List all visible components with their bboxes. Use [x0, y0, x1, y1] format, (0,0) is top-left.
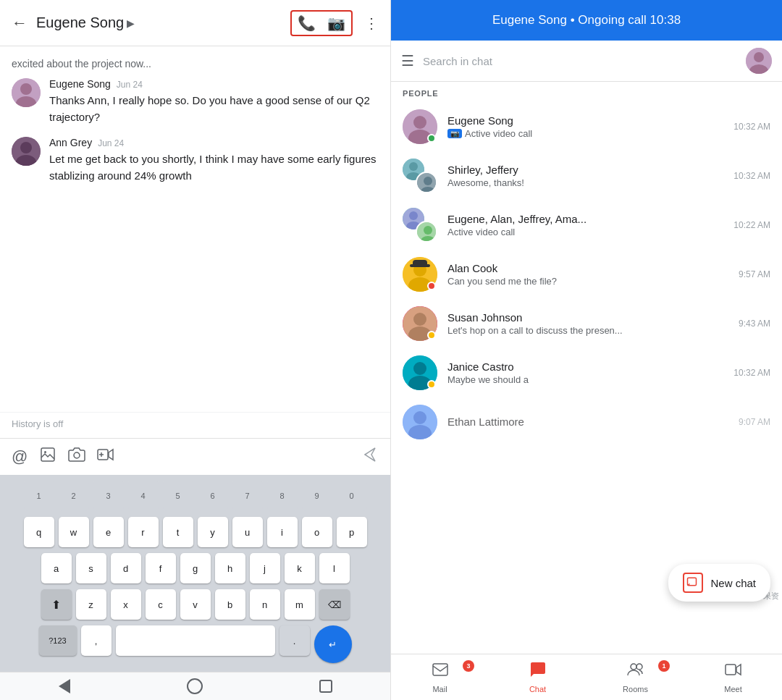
search-input[interactable]: Search in chat	[423, 55, 737, 67]
key-d[interactable]: d	[111, 553, 141, 583]
camera-icon[interactable]	[68, 446, 85, 468]
key-6[interactable]: 6	[198, 481, 228, 511]
key-5[interactable]: 5	[163, 481, 193, 511]
key-e[interactable]: e	[93, 517, 124, 547]
key-7[interactable]: 7	[232, 481, 263, 511]
key-r[interactable]: r	[128, 517, 159, 547]
back-button[interactable]: ←	[12, 14, 28, 33]
key-i[interactable]: i	[267, 517, 298, 547]
nav-mail[interactable]: 3 Mail	[391, 654, 489, 700]
contact-time: 9:43 AM	[739, 319, 770, 329]
dot-key[interactable]: .	[279, 625, 310, 656]
image-icon[interactable]	[39, 446, 56, 468]
backspace-key[interactable]: ⌫	[319, 589, 350, 620]
new-chat-bubble[interactable]: New chat	[668, 564, 770, 602]
key-j[interactable]: j	[250, 553, 280, 583]
key-4[interactable]: 4	[128, 481, 159, 511]
asdf-row: a s d f g h j k l	[3, 553, 387, 583]
title-arrow[interactable]: ▶	[127, 17, 135, 29]
message-time: Jun 24	[98, 138, 124, 148]
video-add-icon[interactable]	[97, 446, 114, 468]
contact-row[interactable]: Shirley, Jeffery Awesome, thanks! 10:32 …	[391, 151, 782, 201]
contact-name: Alan Cook	[447, 262, 728, 274]
status-indicator	[427, 282, 436, 290]
contact-row[interactable]: Janice Castro Maybe we should a 10:32 AM	[391, 348, 782, 397]
key-1[interactable]: 1	[24, 481, 54, 511]
video-icon[interactable]: 📷	[327, 14, 345, 32]
nav-rooms[interactable]: 1 Rooms	[586, 654, 684, 700]
more-options-button[interactable]: ⋮	[364, 14, 379, 32]
contact-name: Susan Johnson	[447, 311, 728, 324]
phone-icon[interactable]: 📞	[298, 14, 316, 32]
contact-row[interactable]: Eugene, Alan, Jeffrey, Ama... Active vid…	[391, 201, 782, 250]
key-t[interactable]: t	[163, 517, 193, 547]
key-0[interactable]: 0	[337, 481, 367, 511]
contact-avatar	[403, 306, 437, 341]
key-9[interactable]: 9	[302, 481, 332, 511]
key-s[interactable]: s	[76, 553, 106, 583]
svg-point-19	[409, 162, 418, 171]
contact-sub: Active video call	[447, 227, 723, 237]
contact-time: 10:22 AM	[733, 220, 770, 230]
key-n[interactable]: n	[250, 589, 280, 620]
key-y[interactable]: y	[198, 517, 228, 547]
key-o[interactable]: o	[302, 517, 332, 547]
contact-row[interactable]: Alan Cook Can you send me the file? 9:57…	[391, 250, 782, 299]
contact-info: Ethan Lattimore	[447, 416, 728, 429]
contact-row[interactable]: Eugene Song 📷 Active video call 10:32 AM	[391, 102, 782, 151]
key-l[interactable]: l	[319, 553, 350, 583]
user-avatar[interactable]	[746, 48, 772, 74]
nav-chat[interactable]: Chat	[489, 654, 586, 700]
number-hint-row: 1 2 3 4 5 6 7 8 9 0	[3, 481, 387, 511]
contact-row[interactable]: Susan Johnson Let's hop on a call to dis…	[391, 299, 782, 348]
key-b[interactable]: b	[215, 589, 245, 620]
nav-meet[interactable]: Meet	[684, 654, 782, 700]
message-content: Ann Grey Jun 24 Let me get back to you s…	[49, 137, 379, 184]
key-w[interactable]: w	[59, 517, 89, 547]
svg-rect-6	[41, 448, 54, 461]
back-nav-icon[interactable]	[59, 679, 70, 693]
key-k[interactable]: k	[285, 553, 315, 583]
comma-key[interactable]: ,	[81, 625, 112, 656]
rooms-label: Rooms	[623, 685, 648, 693]
send-button[interactable]	[361, 446, 379, 468]
recent-nav-icon[interactable]	[319, 680, 332, 693]
key-m[interactable]: m	[285, 589, 315, 620]
meet-label: Meet	[724, 685, 741, 693]
shift-key[interactable]: ⬆	[41, 589, 72, 620]
hamburger-icon[interactable]: ☰	[401, 52, 414, 69]
enter-key[interactable]: ↵	[314, 625, 352, 663]
chat-icon	[529, 661, 547, 683]
at-icon[interactable]: @	[12, 447, 28, 466]
message-text: Thanks Ann, I really hope so. Do you hav…	[49, 93, 379, 125]
key-2[interactable]: 2	[59, 481, 89, 511]
key-q[interactable]: q	[24, 517, 54, 547]
contact-name: Ethan Lattimore	[447, 416, 728, 428]
key-u[interactable]: u	[232, 517, 263, 547]
mail-icon	[432, 661, 449, 683]
bottom-navigation: 3 Mail Chat 1 Rooms Meet	[391, 654, 782, 700]
message-sender: Ann Grey	[49, 137, 92, 148]
avatar	[12, 137, 41, 166]
key-x[interactable]: x	[111, 589, 141, 620]
key-g[interactable]: g	[180, 553, 211, 583]
key-f[interactable]: f	[146, 553, 176, 583]
contact-row[interactable]: Ethan Lattimore 9:07 AM	[391, 397, 782, 447]
special-key[interactable]: ?123	[39, 625, 77, 656]
group-avatar	[403, 159, 437, 193]
key-c[interactable]: c	[146, 589, 176, 620]
key-h[interactable]: h	[215, 553, 245, 583]
key-p[interactable]: p	[337, 517, 367, 547]
key-3[interactable]: 3	[93, 481, 124, 511]
key-a[interactable]: a	[41, 553, 72, 583]
contact-time: 10:32 AM	[733, 122, 770, 132]
key-8[interactable]: 8	[267, 481, 298, 511]
chat-messages: excited about the project now... Eugene …	[0, 46, 390, 412]
avatar	[12, 78, 41, 107]
home-nav-icon[interactable]	[187, 678, 203, 694]
svg-rect-34	[413, 260, 427, 267]
space-key[interactable]	[116, 625, 275, 656]
contact-info: Eugene, Alan, Jeffrey, Ama... Active vid…	[447, 213, 723, 237]
key-z[interactable]: z	[76, 589, 106, 620]
key-v[interactable]: v	[180, 589, 211, 620]
